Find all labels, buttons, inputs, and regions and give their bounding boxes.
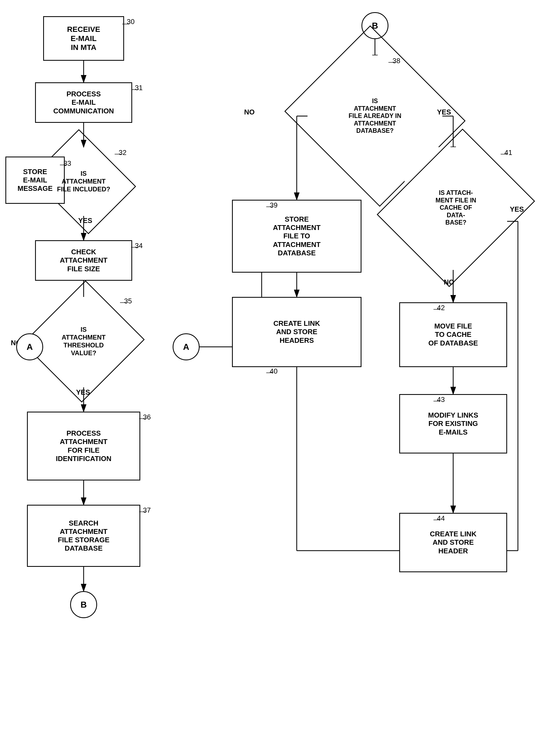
create-link-headers-box: CREATE LINK AND STORE HEADERS — [232, 297, 361, 367]
yes-label-cache: YES — [510, 205, 524, 213]
create-link-header-box: CREATE LINK AND STORE HEADER — [399, 513, 507, 572]
move-file-cache-box: MOVE FILE TO CACHE OF DATABASE — [399, 302, 507, 367]
no-label-file-db: NO — [244, 108, 255, 116]
yes-label-threshold: YES — [76, 388, 90, 397]
no-label-cache: NO — [444, 278, 454, 286]
connector-b-bottom: B — [70, 591, 97, 618]
yes-label-file-db: YES — [437, 108, 451, 116]
connector-a-left: A — [16, 333, 43, 360]
check-file-size-box: CHECK ATTACHMENT FILE SIZE — [35, 240, 132, 281]
is-file-in-cache-diamond: IS ATTACH- MENT FILE IN CACHE OF DATA- B… — [397, 146, 515, 270]
modify-links-box: MODIFY LINKS FOR EXISTING E-MAILS — [399, 394, 507, 454]
connector-a-right: A — [173, 333, 200, 360]
search-attachment-box: SEARCH ATTACHMENT FILE STORAGE DATABASE — [27, 505, 140, 567]
yes-label-attachment: YES — [78, 216, 92, 225]
receive-email-box: RECEIVE E-MAIL IN MTA — [43, 16, 124, 61]
flowchart: RECEIVE E-MAIL IN MTA 30 — PROCESS E-MAI… — [0, 0, 560, 735]
process-attachment-box: PROCESS ATTACHMENT FOR FILE IDENTIFICATI… — [27, 412, 140, 481]
store-attachment-db-box: STORE ATTACHMENT FILE TO ATTACHMENT DATA… — [232, 200, 361, 272]
process-email-box: PROCESS E-MAIL COMMUNICATION — [35, 82, 132, 123]
